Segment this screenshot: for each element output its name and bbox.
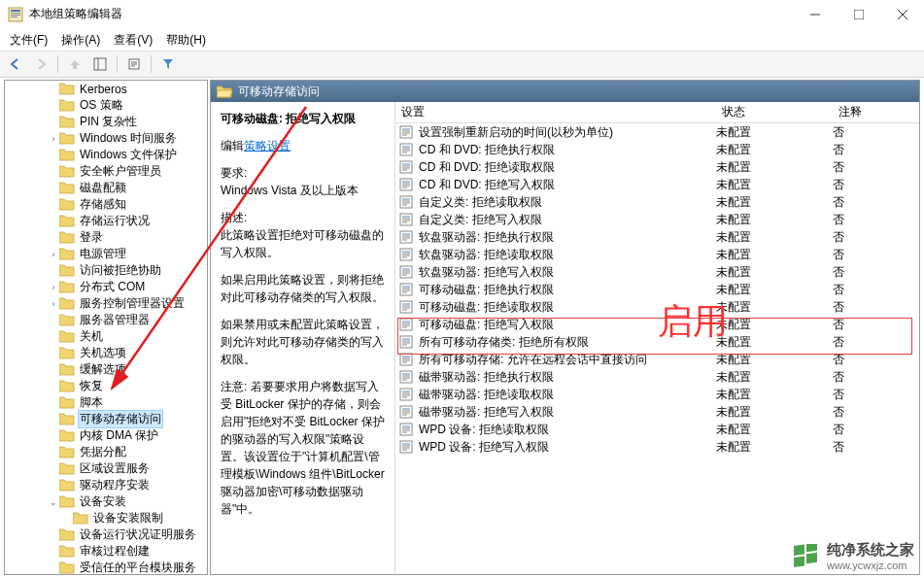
setting-row[interactable]: 可移动磁盘: 拒绝写入权限未配置否 [395, 316, 919, 333]
setting-row[interactable]: WPD 设备: 拒绝写入权限未配置否 [395, 438, 919, 456]
setting-row[interactable]: 磁带驱动器: 拒绝读取权限未配置否 [395, 386, 919, 403]
close-button[interactable] [880, 0, 924, 29]
tree-item[interactable]: 脚本 [5, 394, 207, 411]
tree-item[interactable]: 驱动程序安装 [5, 477, 207, 493]
column-comment[interactable]: 注释 [833, 104, 891, 120]
folder-icon [59, 149, 75, 161]
setting-row[interactable]: 磁带驱动器: 拒绝执行权限未配置否 [395, 368, 919, 386]
tree-item[interactable]: 服务器管理器 [5, 312, 207, 328]
tree-item[interactable]: 存储运行状况 [5, 213, 207, 229]
setting-row[interactable]: 磁带驱动器: 拒绝写入权限未配置否 [395, 403, 919, 421]
tree-item[interactable]: 登录 [5, 229, 207, 246]
tree-item[interactable]: ›分布式 COM [5, 279, 207, 295]
tree-item[interactable]: 设备安装限制 [5, 510, 207, 526]
svg-rect-45 [400, 231, 412, 243]
tree-item[interactable]: 安全帐户管理员 [5, 163, 207, 180]
folder-icon [59, 314, 75, 326]
folder-icon [59, 297, 75, 310]
setting-row[interactable]: 软盘驱动器: 拒绝读取权限未配置否 [395, 246, 919, 263]
column-setting[interactable]: 设置 [395, 104, 716, 120]
setting-name: 磁带驱动器: 拒绝读取权限 [419, 387, 716, 403]
up-button[interactable] [64, 53, 86, 75]
chevron-right-icon[interactable]: › [48, 250, 59, 259]
tree-item[interactable]: Windows 文件保护 [5, 147, 207, 163]
setting-row[interactable]: 所有可移动存储类: 拒绝所有权限未配置否 [395, 333, 919, 351]
filter-button[interactable] [157, 53, 179, 75]
edit-policy-link[interactable]: 策略设置 [244, 139, 291, 153]
menu-view[interactable]: 查看(V) [108, 30, 158, 51]
menu-action[interactable]: 操作(A) [55, 30, 106, 51]
content-header: 可移动存储访问 [211, 81, 919, 102]
maximize-button[interactable] [837, 0, 880, 29]
folder-icon [59, 182, 75, 194]
setting-row[interactable]: 设置强制重新启动的时间(以秒为单位)未配置否 [395, 123, 919, 141]
menu-file[interactable]: 文件(F) [4, 30, 53, 51]
chevron-right-icon[interactable]: › [48, 283, 59, 292]
setting-comment: 否 [833, 159, 891, 176]
setting-icon [399, 423, 415, 436]
setting-comment: 否 [833, 317, 891, 333]
setting-row[interactable]: CD 和 DVD: 拒绝读取权限未配置否 [395, 158, 919, 176]
tree-item[interactable]: 存储感知 [5, 196, 207, 213]
properties-button[interactable] [123, 53, 145, 75]
tree-item[interactable]: 受信任的平台模块服务 [5, 560, 207, 575]
setting-row[interactable]: 所有可移动存储: 允许在远程会话中直接访问未配置否 [395, 351, 919, 368]
folder-icon [59, 380, 75, 392]
tree-item[interactable]: 磁盘配额 [5, 180, 207, 196]
setting-row[interactable]: 自定义类: 拒绝读取权限未配置否 [395, 193, 919, 211]
setting-icon [399, 195, 415, 209]
tree-item[interactable]: ⌄设备安装 [5, 493, 207, 510]
tree-pane[interactable]: KerberosOS 策略PIN 复杂性›Windows 时间服务Windows… [4, 80, 208, 575]
svg-rect-9 [94, 58, 106, 70]
chevron-right-icon[interactable]: › [48, 299, 59, 309]
tree-item[interactable]: 审核过程创建 [5, 543, 207, 560]
tree-item[interactable]: OS 策略 [5, 97, 207, 114]
tree-item[interactable]: 访问被拒绝协助 [5, 262, 207, 279]
tree-item[interactable]: 内核 DMA 保护 [5, 427, 207, 444]
setting-row[interactable]: 可移动磁盘: 拒绝执行权限未配置否 [395, 281, 919, 298]
folder-icon [73, 512, 88, 525]
setting-state: 未配置 [716, 124, 833, 141]
setting-row[interactable]: CD 和 DVD: 拒绝执行权限未配置否 [395, 141, 919, 158]
show-hide-tree-button[interactable] [89, 53, 111, 75]
tree-item[interactable]: 设备运行状况证明服务 [5, 526, 207, 543]
tree-item[interactable]: Kerberos [5, 81, 207, 97]
setting-row[interactable]: 可移动磁盘: 拒绝读取权限未配置否 [395, 298, 919, 316]
svg-rect-65 [400, 301, 412, 313]
tree-item[interactable]: 可移动存储访问 [5, 411, 207, 427]
chevron-right-icon[interactable]: › [48, 134, 59, 144]
setting-state: 未配置 [716, 387, 833, 403]
column-state[interactable]: 状态 [716, 104, 833, 120]
forward-button[interactable] [30, 53, 51, 75]
setting-comment: 否 [833, 334, 891, 351]
menu-help[interactable]: 帮助(H) [160, 30, 212, 51]
tree-item[interactable]: 凭据分配 [5, 444, 207, 460]
folder-icon [59, 561, 75, 574]
menubar: 文件(F) 操作(A) 查看(V) 帮助(H) [0, 29, 924, 51]
settings-header: 设置 状态 注释 [395, 102, 919, 123]
tree-item[interactable]: ›Windows 时间服务 [5, 130, 207, 147]
minimize-button[interactable] [793, 0, 837, 29]
setting-name: 自定义类: 拒绝写入权限 [419, 212, 716, 228]
tree-item[interactable]: 关机 [5, 328, 207, 345]
setting-row[interactable]: WPD 设备: 拒绝读取权限未配置否 [395, 421, 919, 438]
setting-icon [399, 440, 415, 454]
back-button[interactable] [5, 53, 26, 75]
svg-rect-35 [400, 196, 412, 208]
tree-item[interactable]: ›电源管理 [5, 246, 207, 262]
setting-row[interactable]: 软盘驱动器: 拒绝写入权限未配置否 [395, 263, 919, 281]
tree-item[interactable]: 缓解选项 [5, 361, 207, 378]
setting-row[interactable]: 自定义类: 拒绝写入权限未配置否 [395, 211, 919, 228]
tree-item[interactable]: ›服务控制管理器设置 [5, 295, 207, 312]
setting-row[interactable]: CD 和 DVD: 拒绝写入权限未配置否 [395, 176, 919, 193]
tree-item[interactable]: PIN 复杂性 [5, 114, 207, 130]
svg-rect-75 [400, 336, 412, 348]
tree-item[interactable]: 区域设置服务 [5, 460, 207, 477]
watermark-icon [794, 544, 819, 569]
tree-item[interactable]: 恢复 [5, 378, 207, 394]
setting-row[interactable]: 软盘驱动器: 拒绝执行权限未配置否 [395, 228, 919, 246]
chevron-down-icon[interactable]: ⌄ [48, 497, 59, 507]
settings-panel[interactable]: 设置 状态 注释 设置强制重新启动的时间(以秒为单位)未配置否CD 和 DVD:… [395, 102, 919, 574]
svg-rect-20 [400, 144, 412, 155]
tree-item[interactable]: 关机选项 [5, 345, 207, 361]
